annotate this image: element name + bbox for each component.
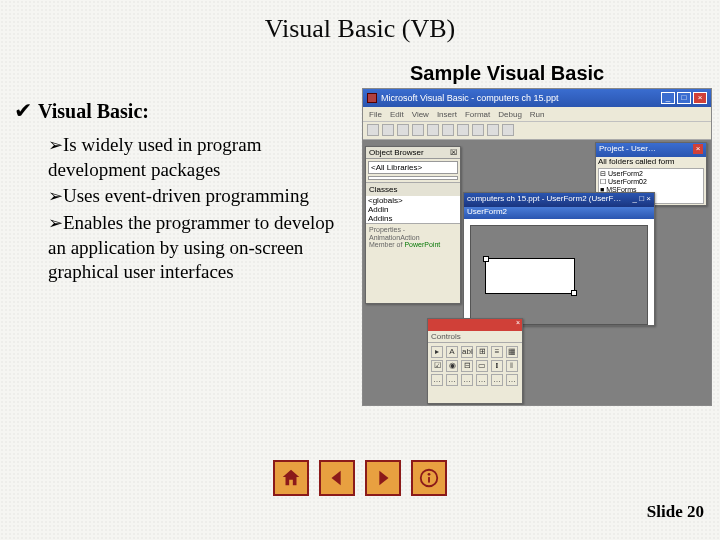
slide-title: Visual Basic (VB): [0, 0, 720, 44]
vb-toolbar: [363, 122, 711, 140]
bullet-item: ➢Uses event-driven programming: [48, 184, 354, 209]
form-window-titlebar: computers ch 15.ppt - UserForm2 (UserF… …: [464, 193, 654, 207]
selected-control[interactable]: [485, 258, 575, 294]
toolbar-button[interactable]: [502, 124, 514, 136]
bullet-text: Is widely used in program development pa…: [48, 134, 261, 180]
slide-number: Slide 20: [647, 502, 704, 522]
toolbox-tab[interactable]: Controls: [428, 331, 522, 343]
vb-app-icon: [367, 93, 377, 103]
tool-button[interactable]: ▭: [476, 360, 488, 372]
tool-image[interactable]: …: [461, 374, 473, 386]
form-design-surface[interactable]: [470, 225, 648, 325]
tool-toggle[interactable]: ⊟: [461, 360, 473, 372]
close-icon[interactable]: ×: [693, 144, 703, 154]
menu-item[interactable]: Edit: [390, 110, 404, 119]
tool-option[interactable]: ◉: [446, 360, 458, 372]
classes-label: Classes: [366, 182, 460, 196]
toolbar-button[interactable]: [427, 124, 439, 136]
slide-subtitle: Sample Visual Basic: [410, 62, 604, 85]
menu-item[interactable]: File: [369, 110, 382, 119]
toolbar-button[interactable]: [487, 124, 499, 136]
vb-screenshot: Microsoft Visual Basic - computers ch 15…: [362, 88, 712, 406]
tool-textbox[interactable]: abl: [461, 346, 473, 358]
tool-multipage[interactable]: ⫴: [506, 360, 518, 372]
class-item[interactable]: <globals>: [366, 196, 460, 205]
tool-label[interactable]: A: [446, 346, 458, 358]
menu-item[interactable]: Insert: [437, 110, 457, 119]
tool-spin[interactable]: …: [446, 374, 458, 386]
search-dropdown[interactable]: [368, 176, 458, 180]
vb-client-area: Object Browser☒ <All Libraries> Classes …: [363, 140, 711, 405]
tool-combobox[interactable]: ⊞: [476, 346, 488, 358]
minimize-button[interactable]: _: [661, 92, 675, 104]
tree-item[interactable]: ☐ UserForm02: [600, 178, 702, 186]
info-button[interactable]: [411, 460, 447, 496]
toolbox-panel: × Controls ▸ A abl ⊞ ≡ ▦ ☑ ◉ ⊟ ▭ ⫿ ⫴ … ……: [427, 318, 523, 404]
tool-checkbox[interactable]: ☑: [431, 360, 443, 372]
bullet-text: Enables the programmer to develop an app…: [48, 212, 334, 282]
chevron-icon: ➢: [48, 135, 63, 155]
chevron-icon: ➢: [48, 213, 63, 233]
toolbar-button[interactable]: [457, 124, 469, 136]
object-browser-header: Object Browser☒: [366, 147, 460, 159]
tool-misc[interactable]: …: [506, 374, 518, 386]
tool-misc[interactable]: …: [491, 374, 503, 386]
menu-item[interactable]: Format: [465, 110, 490, 119]
bullet-item: ➢Is widely used in program development p…: [48, 133, 354, 182]
bullet-item: ➢Enables the programmer to develop an ap…: [48, 211, 354, 285]
tool-misc[interactable]: …: [476, 374, 488, 386]
toolbar-button[interactable]: [472, 124, 484, 136]
object-browser-footer: Properties - AnimationAction Member of P…: [366, 223, 460, 251]
form-designer-window: computers ch 15.ppt - UserForm2 (UserF… …: [463, 192, 655, 326]
menu-item[interactable]: Debug: [498, 110, 522, 119]
toolbar-button[interactable]: [367, 124, 379, 136]
maximize-button[interactable]: □: [677, 92, 691, 104]
vb-titlebar: Microsoft Visual Basic - computers ch 15…: [363, 89, 711, 107]
bullet-text: Uses event-driven programming: [63, 185, 309, 206]
svg-point-1: [428, 473, 431, 476]
project-titlebar: Project - User… ×: [596, 143, 706, 157]
toolbar-button[interactable]: [397, 124, 409, 136]
svg-rect-2: [428, 477, 430, 483]
toolbox-titlebar: ×: [428, 319, 522, 331]
checkmark-icon: ✔: [14, 100, 32, 122]
close-icon[interactable]: ×: [516, 319, 520, 331]
class-item[interactable]: Addins: [366, 214, 460, 223]
class-item[interactable]: Addin: [366, 205, 460, 214]
tree-item[interactable]: ⊟ UserForm2: [600, 170, 702, 178]
home-button[interactable]: [273, 460, 309, 496]
chevron-icon: ➢: [48, 186, 63, 206]
library-dropdown[interactable]: <All Libraries>: [368, 161, 458, 174]
object-browser-panel: Object Browser☒ <All Libraries> Classes …: [365, 146, 461, 304]
next-button[interactable]: [365, 460, 401, 496]
classes-list[interactable]: <globals> Addin Addins: [366, 196, 460, 223]
toolbar-button[interactable]: [412, 124, 424, 136]
menu-item[interactable]: View: [412, 110, 429, 119]
tool-pointer[interactable]: ▸: [431, 346, 443, 358]
close-button[interactable]: ×: [693, 92, 707, 104]
tool-tabstrip[interactable]: ⫿: [491, 360, 503, 372]
project-dropdown[interactable]: All folders called form: [596, 157, 706, 166]
nav-button-row: [0, 460, 720, 496]
content-heading: Visual Basic:: [38, 100, 149, 123]
content-block: ✔ Visual Basic: ➢Is widely used in progr…: [14, 100, 354, 287]
toolbar-button[interactable]: [442, 124, 454, 136]
close-icon[interactable]: ☒: [450, 148, 457, 157]
userform-caption: UserForm2: [464, 207, 654, 219]
tool-scrollbar[interactable]: …: [431, 374, 443, 386]
window-controls[interactable]: _ □ ×: [633, 194, 651, 206]
menu-item[interactable]: Run: [530, 110, 545, 119]
vb-menubar: File Edit View Insert Format Debug Run: [363, 107, 711, 122]
vb-window-title: Microsoft Visual Basic - computers ch 15…: [381, 93, 657, 103]
previous-button[interactable]: [319, 460, 355, 496]
tool-frame[interactable]: ▦: [506, 346, 518, 358]
tool-listbox[interactable]: ≡: [491, 346, 503, 358]
toolbar-button[interactable]: [382, 124, 394, 136]
toolbox-grid: ▸ A abl ⊞ ≡ ▦ ☑ ◉ ⊟ ▭ ⫿ ⫴ … … … … … …: [428, 343, 522, 389]
